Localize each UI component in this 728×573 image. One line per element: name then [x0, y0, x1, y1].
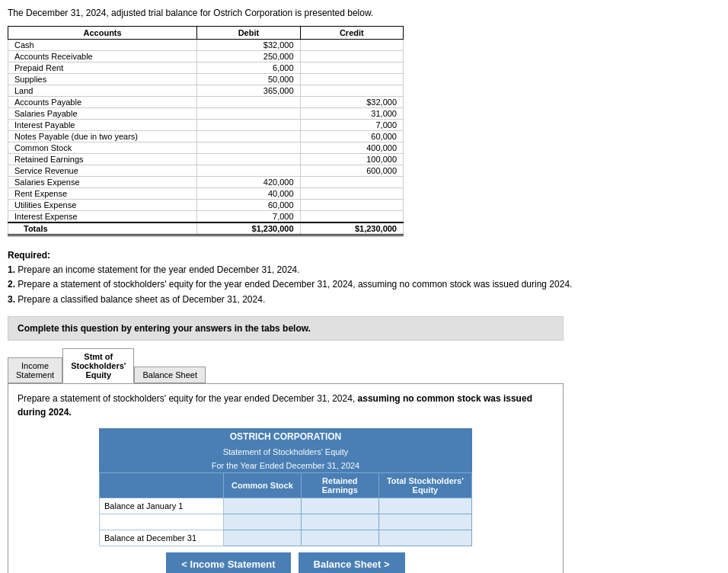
accounts-header: Accounts	[8, 27, 197, 40]
debit-value	[197, 131, 300, 142]
equity-common-stock-header: Common Stock	[224, 472, 302, 498]
account-name: Common Stock	[8, 142, 197, 154]
req-bold-3: 3.	[8, 294, 15, 305]
trial-balance-row: Service Revenue 600,000	[8, 165, 404, 177]
intro-text: The December 31, 2024, adjusted trial ba…	[8, 8, 720, 18]
credit-value	[300, 177, 403, 188]
equity-retained-earnings-field[interactable]	[306, 501, 374, 511]
debit-value	[197, 165, 300, 177]
tab-desc-bold: assuming no common stock was issued duri…	[18, 393, 532, 418]
trial-balance-row: Interest Payable 7,000	[8, 120, 404, 131]
account-name: Prepaid Rent	[8, 62, 197, 74]
req-item-2: Prepare a statement of stockholders' equ…	[18, 279, 572, 290]
account-name: Accounts Receivable	[8, 51, 197, 62]
credit-value	[300, 200, 403, 211]
account-name: Utilities Expense	[8, 200, 197, 211]
equity-common-stock-input[interactable]	[224, 498, 302, 514]
debit-header: Debit	[197, 27, 300, 40]
tab-balance-sheet[interactable]: Balance Sheet	[134, 367, 206, 383]
debit-value	[197, 108, 300, 120]
equity-total-input[interactable]	[378, 530, 471, 546]
trial-balance-row: Retained Earnings 100,000	[8, 154, 404, 165]
debit-value: 7,000	[197, 211, 300, 223]
equity-retained-earnings-input[interactable]	[301, 530, 378, 546]
debit-value: 50,000	[197, 74, 300, 85]
totals-credit: $1,230,000	[300, 222, 403, 235]
account-name: Notes Payable (due in two years)	[8, 131, 197, 142]
account-name: Service Revenue	[8, 165, 197, 177]
equity-col-label-header	[100, 472, 224, 498]
tab-balance-label: Balance Sheet	[142, 370, 197, 379]
credit-value	[300, 40, 403, 51]
equity-table-container: OSTRICH CORPORATION Statement of Stockho…	[99, 428, 472, 546]
tab-stockholders-equity[interactable]: Stmt of Stockholders' Equity	[62, 348, 134, 383]
credit-value: 400,000	[300, 142, 403, 154]
equity-common-stock-field[interactable]	[228, 517, 296, 527]
complete-instructions: Complete this question by entering your …	[8, 316, 564, 341]
debit-value: 60,000	[197, 200, 300, 211]
equity-row-label: Balance at December 31	[100, 530, 224, 546]
tab-stmt-label2: Stockholders'	[71, 361, 126, 370]
tab-description: Prepare a statement of stockholders' equ…	[18, 392, 554, 419]
debit-value: 420,000	[197, 177, 300, 188]
equity-retained-earnings-field[interactable]	[306, 533, 374, 543]
equity-total-field[interactable]	[384, 533, 467, 543]
equity-retained-earnings-input[interactable]	[301, 514, 378, 530]
totals-label: Totals	[8, 222, 197, 235]
balance-sheet-button[interactable]: Balance Sheet >	[299, 552, 405, 573]
tab-stmt-label1: Stmt of	[71, 352, 126, 361]
equity-common-stock-input[interactable]	[224, 530, 302, 546]
equity-total-input[interactable]	[378, 514, 471, 530]
equity-period: For the Year Ended December 31, 2024	[99, 459, 472, 472]
credit-header: Credit	[300, 27, 403, 40]
debit-value: $32,000	[197, 40, 300, 51]
credit-value: 600,000	[300, 165, 403, 177]
tabs-row: Income Statement Stmt of Stockholders' E…	[8, 348, 564, 383]
equity-table: Common Stock Retained Earnings Total Sto…	[99, 472, 472, 546]
equity-retained-earnings-header: Retained Earnings	[301, 472, 378, 498]
credit-value	[300, 211, 403, 223]
equity-retained-earnings-input[interactable]	[301, 498, 378, 514]
equity-row-label: Balance at January 1	[100, 498, 224, 514]
equity-total-field[interactable]	[384, 501, 467, 511]
trial-balance-row: Salaries Payable 31,000	[8, 108, 404, 120]
totals-debit: $1,230,000	[197, 222, 300, 235]
debit-value: 6,000	[197, 62, 300, 74]
account-name: Retained Earnings	[8, 154, 197, 165]
trial-balance-row: Rent Expense 40,000	[8, 188, 404, 200]
account-name: Supplies	[8, 74, 197, 85]
debit-value: 250,000	[197, 51, 300, 62]
req-bold-2: 2.	[8, 279, 15, 290]
req-item-3: Prepare a classified balance sheet as of…	[18, 294, 265, 305]
equity-table-row: Balance at December 31	[100, 530, 472, 546]
tab-income-label2: Statement	[16, 370, 54, 379]
tab-income-statement[interactable]: Income Statement	[8, 357, 62, 383]
income-statement-button[interactable]: < Income Statement	[166, 552, 290, 573]
equity-statement-title: Statement of Stockholders' Equity	[99, 445, 472, 459]
account-name: Salaries Payable	[8, 108, 197, 120]
trial-balance-row: Utilities Expense 60,000	[8, 200, 404, 211]
equity-retained-earnings-field[interactable]	[306, 517, 374, 527]
trial-balance-table: Accounts Debit Credit Cash $32,000 Accou…	[8, 26, 404, 236]
debit-value	[197, 120, 300, 131]
debit-value	[197, 97, 300, 108]
equity-common-stock-input[interactable]	[224, 514, 302, 530]
equity-row-label	[100, 514, 224, 530]
trial-balance-row: Accounts Receivable 250,000	[8, 51, 404, 62]
equity-common-stock-field[interactable]	[228, 533, 296, 543]
debit-value	[197, 142, 300, 154]
credit-value: 60,000	[300, 131, 403, 142]
account-name: Interest Expense	[8, 211, 197, 223]
nav-buttons-row: < Income Statement Balance Sheet >	[99, 552, 472, 573]
credit-value	[300, 62, 403, 74]
account-name: Salaries Expense	[8, 177, 197, 188]
trial-balance-row: Common Stock 400,000	[8, 142, 404, 154]
equity-total-field[interactable]	[384, 517, 467, 527]
trial-balance-row: Land 365,000	[8, 85, 404, 97]
equity-total-header: Total Stockholders' Equity	[378, 472, 471, 498]
trial-balance-row: Salaries Expense 420,000	[8, 177, 404, 188]
trial-balance-row: Prepaid Rent 6,000	[8, 62, 404, 74]
equity-common-stock-field[interactable]	[228, 501, 296, 511]
equity-total-input[interactable]	[378, 498, 471, 514]
credit-value: $32,000	[300, 97, 403, 108]
